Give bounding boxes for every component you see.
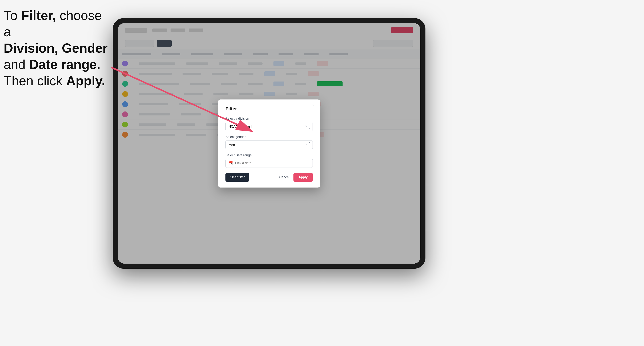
instruction-line3: and Date range.: [4, 57, 100, 72]
modal-title: Filter: [226, 106, 313, 112]
gender-select[interactable]: Men Women Mixed: [226, 140, 313, 149]
cancel-button[interactable]: Cancel: [278, 173, 291, 182]
gender-clear-icon[interactable]: ×: [305, 143, 307, 147]
instruction-text: To Filter, choose a Division, Gender and…: [4, 7, 109, 89]
date-label: Select Date range: [226, 153, 313, 157]
instruction-line4: Then click Apply.: [4, 74, 105, 88]
gender-label: Select gender: [226, 135, 313, 139]
select-clear-icon[interactable]: ×: [305, 125, 307, 128]
select-icons: × ⌃⌄: [305, 124, 310, 129]
division-select-wrapper: NCAA Division I NCAA Division II NCAA Di…: [226, 122, 313, 131]
modal-close-button[interactable]: ×: [310, 103, 316, 108]
instruction-line1: To Filter, choose a: [4, 8, 102, 39]
gender-form-group: Select gender Men Women Mixed × ⌃⌄: [226, 135, 313, 149]
date-input-wrapper: 📅: [226, 159, 313, 168]
instruction-bold-division-gender: Division, Gender: [4, 41, 108, 55]
division-form-group: Select a division NCAA Division I NCAA D…: [226, 117, 313, 131]
gender-select-wrapper: Men Women Mixed × ⌃⌄: [226, 140, 313, 149]
calendar-icon: 📅: [228, 161, 233, 165]
date-input[interactable]: [226, 159, 313, 168]
date-form-group: Select Date range 📅: [226, 153, 313, 168]
gender-arrows-icon: ⌃⌄: [308, 142, 310, 148]
gender-select-icons: × ⌃⌄: [305, 142, 310, 148]
clear-filter-button[interactable]: Clear filter: [226, 173, 249, 182]
division-select[interactable]: NCAA Division I NCAA Division II NCAA Di…: [226, 122, 313, 131]
division-label: Select a division: [226, 117, 313, 121]
tablet-device: × Filter Select a division NCAA Division…: [113, 18, 426, 269]
tablet-screen: × Filter Select a division NCAA Division…: [118, 23, 420, 264]
modal-overlay: × Filter Select a division NCAA Division…: [118, 23, 420, 264]
modal-footer: Clear filter Cancel Apply: [226, 173, 313, 182]
filter-modal: × Filter Select a division NCAA Division…: [218, 99, 320, 187]
select-arrows-icon: ⌃⌄: [308, 124, 310, 129]
apply-button[interactable]: Apply: [294, 173, 313, 182]
footer-right-actions: Cancel Apply: [278, 173, 313, 182]
